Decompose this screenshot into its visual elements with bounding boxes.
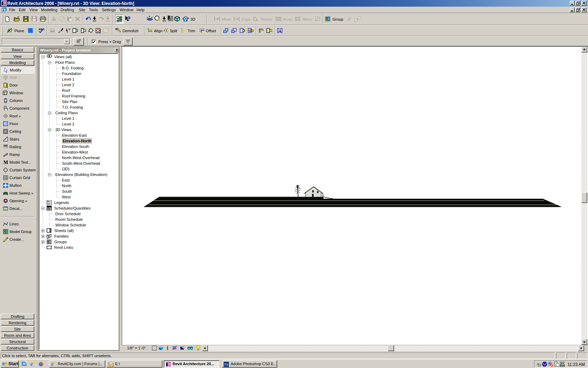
svg-text:ABC: ABC xyxy=(38,28,44,31)
svg-text:M: M xyxy=(4,160,8,165)
svg-text:Ps: Ps xyxy=(224,363,228,366)
